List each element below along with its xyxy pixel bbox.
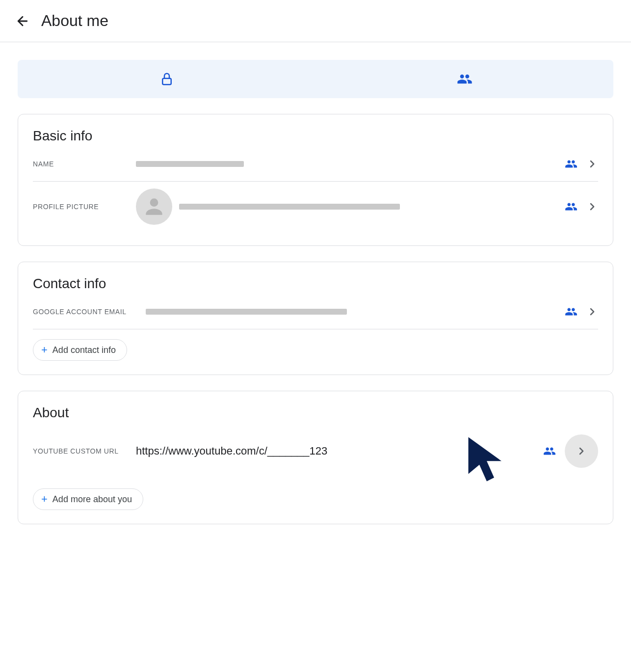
redacted-picture-desc (179, 204, 400, 210)
people-icon (457, 71, 473, 87)
label-name: NAME (33, 160, 136, 168)
avatar (136, 188, 172, 225)
plus-icon: + (41, 345, 48, 355)
people-icon (565, 200, 578, 213)
svg-point-2 (150, 198, 158, 207)
people-icon (565, 158, 578, 170)
row-divider (33, 329, 598, 329)
chevron-right-icon (576, 445, 587, 457)
chevron-right-icon (586, 158, 598, 170)
value-name (136, 161, 565, 167)
tab-shared[interactable] (316, 60, 613, 98)
svg-rect-1 (162, 79, 171, 85)
page-title: About me (41, 12, 108, 30)
row-profile-picture[interactable]: PROFILE PICTURE (33, 182, 598, 232)
row-email[interactable]: GOOGLE ACCOUNT EMAIL (33, 295, 598, 329)
value-profile-picture (136, 188, 565, 225)
label-email: GOOGLE ACCOUNT EMAIL (33, 308, 146, 316)
add-about-label: Add more about you (53, 494, 132, 505)
chevron-right-icon (586, 306, 598, 318)
people-icon (543, 445, 556, 457)
page-header: About me (0, 0, 631, 42)
add-contact-label: Add contact info (53, 345, 116, 355)
value-email (146, 309, 565, 315)
value-youtube-url: https://www.youtube.com/c/_______123 (136, 445, 543, 457)
add-more-about-button[interactable]: + Add more about you (33, 488, 143, 510)
section-title-basic: Basic info (33, 128, 598, 144)
people-icon (565, 305, 578, 318)
card-contact-info: Contact info GOOGLE ACCOUNT EMAIL + Add … (18, 262, 613, 375)
lock-icon (159, 72, 174, 86)
section-title-contact: Contact info (33, 276, 598, 292)
label-profile-picture: PROFILE PICTURE (33, 203, 136, 211)
visibility-tabs (18, 60, 613, 98)
tab-private[interactable] (18, 60, 316, 98)
card-about: About YOUTUBE CUSTOM URL https://www.you… (18, 391, 613, 524)
label-youtube-url: YOUTUBE CUSTOM URL (33, 447, 136, 455)
redacted-name (136, 161, 244, 167)
person-icon (142, 194, 166, 219)
back-button[interactable] (14, 12, 31, 30)
arrow-left-icon (15, 14, 30, 28)
row-youtube-url[interactable]: YOUTUBE CUSTOM URL https://www.youtube.c… (33, 424, 598, 479)
add-contact-info-button[interactable]: + Add contact info (33, 339, 127, 361)
chevron-hover-circle[interactable] (565, 434, 598, 468)
section-title-about: About (33, 405, 598, 421)
plus-icon: + (41, 494, 48, 505)
chevron-right-icon (586, 201, 598, 213)
card-basic-info: Basic info NAME PROFILE PICTURE (18, 114, 613, 246)
redacted-email (146, 309, 347, 315)
row-name[interactable]: NAME (33, 147, 598, 181)
